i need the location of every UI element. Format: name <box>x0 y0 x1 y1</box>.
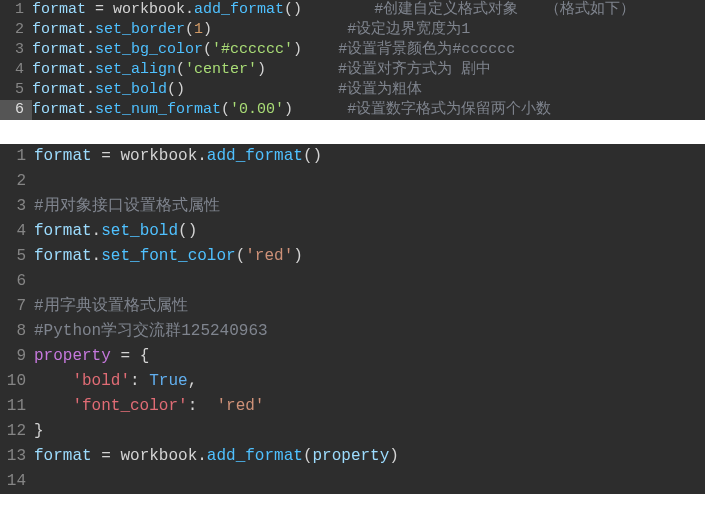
code-token: #用对象接口设置格式属性 <box>34 197 220 215</box>
code-line: 3#用对象接口设置格式属性 <box>0 194 705 219</box>
line-number: 5 <box>0 244 34 269</box>
code-token: set_font_color <box>101 247 235 265</box>
code-token: property <box>312 447 389 465</box>
code-token: . <box>92 222 102 240</box>
code-token: format <box>34 247 92 265</box>
line-number: 11 <box>0 394 34 419</box>
code-content: 'bold': True, <box>34 369 705 394</box>
line-number: 12 <box>0 419 34 444</box>
code-content: #Python学习交流群125240963 <box>34 319 705 344</box>
code-token <box>111 347 121 365</box>
code-token: 'bold' <box>72 372 130 390</box>
code-token: . <box>86 21 95 38</box>
code-token: workbook <box>113 1 185 18</box>
code-line: 8#Python学习交流群125240963 <box>0 319 705 344</box>
code-content: format = workbook.add_format() #创建自定义格式对… <box>32 0 705 20</box>
code-token: add_format <box>194 1 284 18</box>
code-token: ) <box>284 101 293 118</box>
code-token: . <box>185 1 194 18</box>
code-token: set_num_format <box>95 101 221 118</box>
code-content: format.set_bg_color('#cccccc') #设置背景颜色为#… <box>32 40 705 60</box>
code-line: 2 <box>0 169 705 194</box>
code-token <box>302 1 374 18</box>
code-token <box>34 397 72 415</box>
code-token: = <box>95 1 104 18</box>
code-content: format.set_align('center') #设置对齐方式为 剧中 <box>32 60 705 80</box>
code-token: add_format <box>207 147 303 165</box>
code-token: format <box>32 41 86 58</box>
code-content: } <box>34 419 705 444</box>
line-number: 3 <box>0 40 32 60</box>
code-token: #创建自定义格式对象 （格式如下） <box>374 1 635 18</box>
code-line: 6 <box>0 269 705 294</box>
code-token: ) <box>389 447 399 465</box>
code-token: ) <box>293 41 302 58</box>
code-token: #用字典设置格式属性 <box>34 297 188 315</box>
code-token: . <box>197 147 207 165</box>
code-token <box>185 81 338 98</box>
code-token: , <box>188 372 198 390</box>
line-number: 6 <box>0 269 34 294</box>
code-token: #Python学习交流群125240963 <box>34 322 268 340</box>
code-token: () <box>303 147 322 165</box>
code-token: { <box>130 347 149 365</box>
code-token <box>92 447 102 465</box>
line-number: 6 <box>0 100 32 120</box>
code-token: 'center' <box>185 61 257 78</box>
code-token: () <box>178 222 197 240</box>
code-line: 5format.set_font_color('red') <box>0 244 705 269</box>
code-line: 4format.set_align('center') #设置对齐方式为 剧中 <box>0 60 705 80</box>
code-content: format.set_font_color('red') <box>34 244 705 269</box>
code-token: () <box>167 81 185 98</box>
code-token: True <box>149 372 187 390</box>
code-token: #设置对齐方式为 剧中 <box>338 61 491 78</box>
code-token: 1 <box>194 21 203 38</box>
code-line: 1format = workbook.add_format() #创建自定义格式… <box>0 0 705 20</box>
code-token: workbook <box>120 147 197 165</box>
code-content <box>34 469 705 494</box>
code-token: ( <box>176 61 185 78</box>
code-token <box>86 1 95 18</box>
code-token: ( <box>185 21 194 38</box>
code-token: ) <box>293 247 303 265</box>
line-number: 13 <box>0 444 34 469</box>
code-token: ) <box>203 21 212 38</box>
code-content: format.set_border(1) #设定边界宽度为1 <box>32 20 705 40</box>
code-token: = <box>120 347 130 365</box>
code-token: . <box>86 81 95 98</box>
code-token: #设定边界宽度为1 <box>347 21 470 38</box>
code-token: . <box>197 447 207 465</box>
code-token <box>111 447 121 465</box>
code-line: 13format = workbook.add_format(property) <box>0 444 705 469</box>
code-token: . <box>86 101 95 118</box>
line-number: 1 <box>0 0 32 20</box>
code-line: 14 <box>0 469 705 494</box>
line-number: 4 <box>0 60 32 80</box>
code-content: format = workbook.add_format() <box>34 144 705 169</box>
code-token: set_align <box>95 61 176 78</box>
line-number: 8 <box>0 319 34 344</box>
code-token <box>293 101 347 118</box>
line-number: 2 <box>0 20 32 40</box>
code-token: set_bg_color <box>95 41 203 58</box>
code-token: ( <box>236 247 246 265</box>
code-line: 9property = { <box>0 344 705 369</box>
code-line: 4format.set_bold() <box>0 219 705 244</box>
code-line: 2format.set_border(1) #设定边界宽度为1 <box>0 20 705 40</box>
code-token: = <box>101 447 111 465</box>
code-content <box>34 269 705 294</box>
code-token: format <box>32 1 86 18</box>
code-token: format <box>34 447 92 465</box>
code-line: 1format = workbook.add_format() <box>0 144 705 169</box>
line-number: 1 <box>0 144 34 169</box>
code-line: 6format.set_num_format('0.00') #设置数字格式为保… <box>0 100 705 120</box>
code-token: '0.00' <box>230 101 284 118</box>
code-token: 'red' <box>245 247 293 265</box>
code-content: 'font_color': 'red' <box>34 394 705 419</box>
line-number: 4 <box>0 219 34 244</box>
code-token: . <box>86 41 95 58</box>
code-line: 12} <box>0 419 705 444</box>
code-token: 'font_color' <box>72 397 187 415</box>
code-token: #设置为粗体 <box>338 81 422 98</box>
code-token <box>212 21 347 38</box>
